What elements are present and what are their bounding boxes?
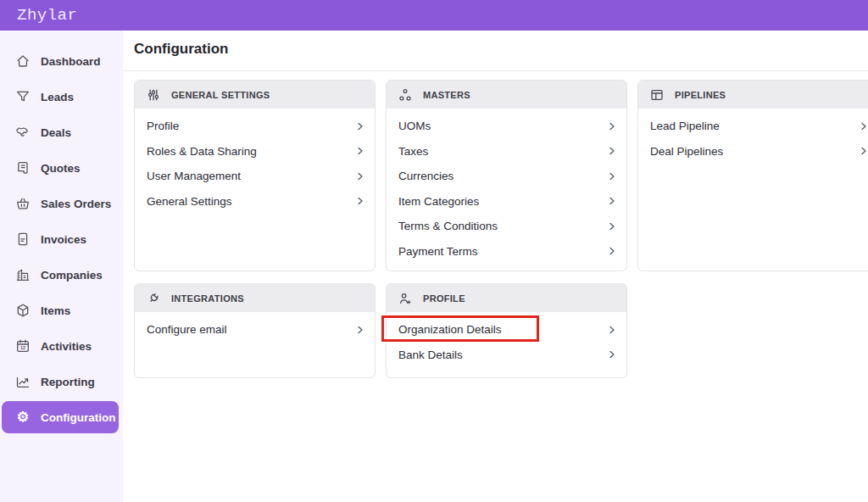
- config-link-roles-data-sharing[interactable]: Roles & Data Sharing: [147, 139, 366, 165]
- chevron-right-icon: [606, 324, 618, 336]
- plug-icon: [147, 292, 160, 305]
- chevron-right-icon: [606, 349, 618, 360]
- chart-line-icon: [15, 374, 31, 389]
- sidebar-item-label: Configuration: [41, 411, 115, 424]
- sidebar-item-leads[interactable]: Leads: [0, 79, 123, 114]
- sidebar-item-invoices[interactable]: Invoices: [0, 221, 123, 257]
- chevron-right-icon: [606, 145, 618, 157]
- chevron-right-icon: [606, 245, 618, 257]
- card-title: PIPELINES: [675, 90, 726, 100]
- sidebar-item-label: Items: [41, 304, 70, 317]
- sidebar-item-label: Dashboard: [41, 55, 101, 68]
- card-masters-header: MASTERS: [387, 81, 626, 109]
- app-logo: Zhylar: [17, 6, 77, 25]
- sidebar-item-label: Activities: [41, 340, 92, 353]
- calendar-icon: 12: [15, 338, 31, 354]
- card-title: INTEGRATIONS: [171, 293, 244, 304]
- card-integrations-header: INTEGRATIONS: [135, 284, 375, 312]
- sidebar-item-activities[interactable]: 12 Activities: [0, 328, 123, 364]
- card-profile: PROFILE Organization Details Bank Detail…: [386, 283, 627, 378]
- page-title: Configuration: [134, 41, 228, 58]
- config-link-lead-pipeline[interactable]: Lead Pipeline: [650, 114, 868, 139]
- sidebar-item-items[interactable]: Items: [0, 293, 123, 328]
- sidebar-item-companies[interactable]: Companies: [0, 257, 123, 293]
- sidebar-item-label: Companies: [41, 269, 103, 282]
- config-link-currencies[interactable]: Currencies: [398, 164, 618, 189]
- invoice-file-icon: [15, 231, 31, 247]
- config-link-configure-email[interactable]: Configure email: [147, 317, 366, 343]
- sidebar-item-label: Deals: [41, 126, 71, 139]
- card-title: MASTERS: [423, 90, 470, 100]
- config-link-item-categories[interactable]: Item Categories: [398, 189, 618, 215]
- config-link-payment-terms[interactable]: Payment Terms: [398, 239, 618, 265]
- chevron-right-icon: [354, 195, 366, 207]
- config-link-bank-details[interactable]: Bank Details: [398, 343, 618, 368]
- gear-icon: ⚙: [15, 410, 31, 425]
- card-integrations: INTEGRATIONS Configure email: [134, 283, 376, 378]
- chevron-right-icon: [354, 120, 366, 132]
- sidebar-item-label: Leads: [41, 91, 74, 103]
- chevron-right-icon: [606, 195, 618, 207]
- chevron-right-icon: [858, 145, 868, 157]
- building-icon: [15, 267, 31, 282]
- app-window: Zhylar Dashboard Leads Deals Quotes: [0, 0, 868, 502]
- chevron-right-icon: [354, 324, 366, 336]
- card-title: GENERAL SETTINGS: [171, 90, 270, 100]
- sidebar-item-label: Reporting: [41, 376, 95, 388]
- card-title: PROFILE: [423, 293, 465, 304]
- sidebar-item-configuration[interactable]: ⚙ Configuration: [2, 401, 119, 433]
- main-content: Configuration GENERAL SETTINGS Profile R…: [123, 31, 868, 502]
- config-link-general-settings[interactable]: General Settings: [147, 189, 366, 215]
- card-pipelines: PIPELINES Lead Pipeline Deal Pipelines: [637, 80, 868, 271]
- config-link-user-management[interactable]: User Management: [147, 164, 366, 189]
- card-profile-header: PROFILE: [387, 284, 626, 312]
- chevron-right-icon: [354, 145, 366, 157]
- top-bar: Zhylar: [0, 0, 868, 31]
- handshake-icon: [15, 125, 31, 140]
- sidebar-item-sales-orders[interactable]: Sales Orders: [0, 186, 123, 221]
- chevron-right-icon: [606, 220, 618, 232]
- sidebar-item-label: Sales Orders: [41, 198, 111, 210]
- svg-text:12: 12: [20, 345, 25, 350]
- basket-icon: [15, 196, 31, 211]
- card-general-settings-header: GENERAL SETTINGS: [135, 81, 375, 109]
- sidebar-item-reporting[interactable]: Reporting: [0, 364, 123, 399]
- sidebar-item-deals[interactable]: Deals: [0, 114, 123, 150]
- title-divider: [123, 70, 868, 71]
- config-link-taxes[interactable]: Taxes: [398, 139, 618, 165]
- board-icon: [650, 88, 664, 102]
- config-link-deal-pipelines[interactable]: Deal Pipelines: [650, 139, 868, 165]
- sidebar-item-quotes[interactable]: Quotes: [0, 150, 123, 186]
- cube-icon: [15, 303, 31, 318]
- home-icon: [15, 53, 31, 69]
- config-link-organization-details[interactable]: Organization Details: [398, 317, 618, 343]
- sliders-icon: [147, 88, 160, 102]
- chevron-right-icon: [354, 170, 366, 182]
- sidebar-item-label: Invoices: [41, 233, 86, 246]
- chevron-right-icon: [606, 120, 618, 132]
- hierarchy-icon: [398, 88, 412, 102]
- user-plus-icon: [398, 292, 412, 305]
- funnel-icon: [15, 89, 31, 104]
- quote-scroll-icon: [15, 160, 31, 176]
- config-link-terms-conditions[interactable]: Terms & Conditions: [398, 214, 618, 239]
- card-general-settings: GENERAL SETTINGS Profile Roles & Data Sh…: [134, 80, 376, 271]
- config-link-uoms[interactable]: UOMs: [398, 114, 618, 139]
- sidebar: Dashboard Leads Deals Quotes Sales Order: [0, 31, 123, 502]
- card-masters: MASTERS UOMs Taxes Currencies Item Categ…: [386, 80, 627, 271]
- chevron-right-icon: [858, 120, 868, 132]
- chevron-right-icon: [606, 170, 618, 182]
- config-link-profile[interactable]: Profile: [147, 114, 366, 139]
- card-pipelines-header: PIPELINES: [638, 81, 868, 109]
- sidebar-item-dashboard[interactable]: Dashboard: [0, 43, 123, 79]
- sidebar-item-label: Quotes: [41, 162, 81, 175]
